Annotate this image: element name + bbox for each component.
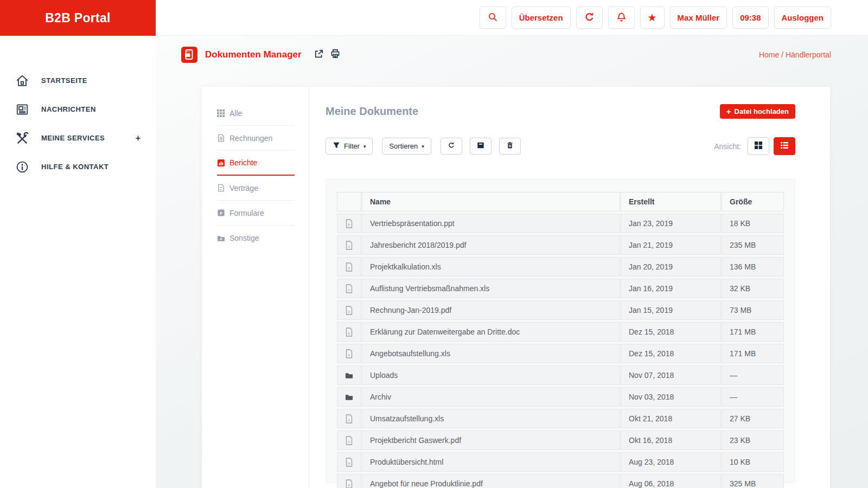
svg-text:A: A [348,440,350,443]
document-name[interactable]: Projektbericht Gaswerk.pdf [362,431,620,450]
document-created: Nov 03, 2018 [621,387,721,407]
document-name[interactable]: Umsatzaufstellung.xls [362,409,620,428]
folder-plus-icon [217,234,225,242]
html-file-icon: H [337,452,361,472]
category-item-sonstige[interactable]: Sonstige [217,226,295,251]
document-size: 73 MB [722,300,784,320]
document-name[interactable]: Auflistung Vertriebsmaßnahmen.xls [362,279,620,298]
xls-file-icon: X [337,279,361,298]
table-row[interactable]: PVertriebspräsentation.pptJan 23, 201918… [337,214,784,233]
sidebar-item-nachrichten[interactable]: NACHRICHTEN [0,95,156,124]
document-name[interactable]: Jahresbericht 2018/2019.pdf [362,235,620,255]
category-label: Formulare [229,209,264,217]
category-item-alle[interactable]: Alle [217,101,295,126]
view-label: Ansicht: [714,142,741,151]
category-label: Berichte [229,158,257,167]
page-header-tools [314,48,341,61]
document-size: 235 MB [722,235,784,255]
column-header-name[interactable]: Name [362,192,620,211]
icon-column-header [337,192,361,211]
upload-button-label: Datei hochladen [735,107,789,115]
logout-button[interactable]: Ausloggen [774,7,832,29]
pdf-file-icon: A [337,474,361,488]
category-panel: AlleRechnungenBerichteVerträgeFFormulare… [202,87,309,488]
table-row[interactable]: DErklärung zur Datenweitergabe an Dritte… [337,322,784,342]
chevron-down-icon: ▾ [363,144,366,149]
user-button[interactable]: Max Müller [670,7,727,29]
document-name[interactable]: Archiv [362,387,620,407]
document-size: — [722,387,784,407]
document-name[interactable]: Angebot für neue Produktlinie.pdf [362,474,620,488]
upload-file-button[interactable]: + Datei hochladen [720,104,795,119]
pdf-file-icon: A [337,300,361,320]
document-created: Okt 16, 2018 [621,431,721,450]
sort-label: Sortieren [389,142,418,150]
table-row[interactable]: AProjektbericht Gaswerk.pdfOkt 16, 20182… [337,431,784,450]
expand-plus-icon[interactable]: + [136,133,141,143]
table-row[interactable]: AAngebot für neue Produktlinie.pdfAug 06… [337,474,784,488]
refresh-icon [448,142,455,151]
document-size: 32 KB [722,279,784,298]
brand-logo: B2B Portal [0,0,156,36]
table-row[interactable]: XProjektkalkulation.xlsJan 20, 2019136 M… [337,257,784,277]
document-name[interactable]: Rechnung-Jan-2019.pdf [362,300,620,320]
favorites-button[interactable]: ★ [640,7,665,29]
document-created: Jan 21, 2019 [621,235,721,255]
column-header-size[interactable]: Größe [722,192,784,211]
translate-button[interactable]: Übersetzen [512,7,571,29]
table-row[interactable]: HProduktübersicht.htmlAug 23, 201810 KB [337,452,784,472]
doc-file-icon: D [337,322,361,342]
category-item-rechnungen[interactable]: Rechnungen [217,126,295,151]
filter-button[interactable]: Filter ▾ [326,138,373,155]
document-name[interactable]: Produktübersicht.html [362,452,620,472]
grid-icon [217,109,225,117]
print-icon[interactable] [330,48,341,61]
share-icon[interactable] [314,48,324,61]
category-item-formulare[interactable]: FFormulare [217,201,295,226]
document-name[interactable]: Angebotsaufstellung.xls [362,344,620,363]
document-created: Dez 15, 2018 [621,344,721,363]
svg-text:X: X [348,288,350,291]
toolbar: Filter ▾ Sortieren ▾ [326,137,795,155]
archive-button[interactable] [470,138,492,155]
table-row[interactable]: ArchivNov 03, 2018— [337,387,784,407]
ppt-file-icon: P [337,214,361,233]
breadcrumb[interactable]: Home / Händlerportal [759,50,831,59]
document-name[interactable]: Vertriebspräsentation.ppt [362,214,620,233]
table-row[interactable]: UploadsNov 07, 2018— [337,365,784,385]
refresh-list-button[interactable] [441,138,462,155]
document-name[interactable]: Uploads [362,365,620,385]
table-row[interactable]: XAngebotsaufstellung.xlsDez 15, 2018171 … [337,344,784,363]
newspaper-icon [15,102,29,117]
document-name[interactable]: Projektkalkulation.xls [362,257,620,277]
trash-button[interactable] [499,138,521,155]
list-view-button[interactable] [774,137,795,155]
category-list: AlleRechnungenBerichteVerträgeFFormulare… [217,101,295,251]
category-label: Rechnungen [229,134,272,143]
document-size: 10 KB [722,452,784,472]
category-item-berichte[interactable]: Berichte [217,151,295,176]
grid-view-icon [754,141,763,152]
column-header-created[interactable]: Erstellt [621,192,721,211]
document-name[interactable]: Erklärung zur Datenweitergabe an Dritte.… [362,322,620,342]
grid-view-button[interactable] [748,137,769,155]
table-row[interactable]: XAuflistung Vertriebsmaßnahmen.xlsJan 16… [337,279,784,298]
svg-text:F: F [220,211,222,216]
table-row[interactable]: ARechnung-Jan-2019.pdfJan 15, 201973 MB [337,300,784,320]
sidebar-item-meine-services[interactable]: MEINE SERVICES + [0,124,156,152]
sidebar-item-hilfe-kontakt[interactable]: HILFE & KONTAKT [0,152,156,181]
refresh-icon [584,11,595,24]
refresh-button[interactable] [576,7,603,29]
sort-button[interactable]: Sortieren ▾ [382,138,431,155]
folder-icon [337,365,361,385]
search-button[interactable] [480,7,506,29]
table-row[interactable]: XUmsatzaufstellung.xlsOkt 21, 201827 KB [337,409,784,428]
magnifier-icon [487,11,499,24]
document-created: Nov 07, 2018 [621,365,721,385]
notifications-button[interactable] [608,7,635,29]
invoice-file-icon [217,134,225,142]
star-icon: ★ [648,12,657,23]
sidebar-item-startseite[interactable]: STARTSEITE [0,66,156,95]
table-row[interactable]: AJahresbericht 2018/2019.pdfJan 21, 2019… [337,235,784,255]
category-item-verträge[interactable]: Verträge [217,176,295,201]
